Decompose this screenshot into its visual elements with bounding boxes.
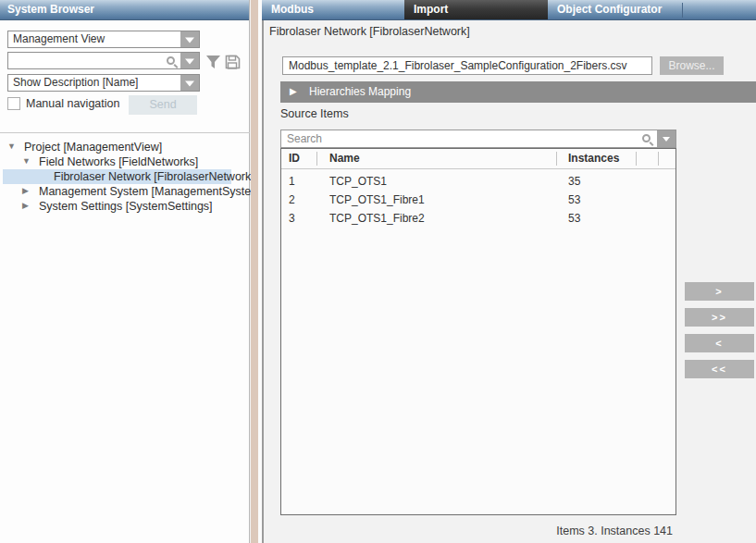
tree-item-label: Fibrolaser Network [FibrolaserNetwork] (54, 169, 254, 184)
tree-item-label: Project [ManagementView] (24, 140, 162, 154)
move-all-left-button[interactable]: << (685, 360, 754, 378)
system-browser-panel: System Browser Management View Show Desc… (0, 0, 250, 543)
browser-search-input[interactable] (7, 52, 200, 69)
move-left-button[interactable]: < (685, 334, 754, 352)
tab-import[interactable]: Import (404, 0, 548, 19)
manual-navigation-label: Manual navigation (26, 97, 119, 110)
tree-separator (0, 132, 250, 133)
column-divider[interactable] (636, 152, 637, 166)
tab-modbus[interactable]: Modbus (262, 0, 404, 19)
chevron-down-icon (185, 58, 194, 64)
cell-instances: 53 (568, 209, 675, 228)
browser-search-arrow-button[interactable] (180, 53, 199, 68)
tree-item-label: Management System [ManagementSystem] (39, 184, 264, 199)
tree-collapse-icon[interactable]: ▼ (7, 142, 16, 151)
tree-item-3[interactable]: ▶Management System [ManagementSystem] (0, 184, 249, 199)
description-selector-value: Show Description [Name] (13, 75, 138, 91)
panel-splitter[interactable] (251, 0, 258, 543)
selected-object-breadcrumb: Fibrolaser Network [FibrolaserNetwork] (269, 25, 470, 38)
search-icon (642, 134, 651, 142)
tree-expand-icon[interactable]: ▶ (22, 201, 29, 210)
system-browser-title: System Browser (0, 0, 249, 20)
table-search-arrow-button[interactable] (657, 130, 675, 147)
table-body: 1TCP_OTS1352TCP_OTS1_Fibre1533TCP_OTS1_F… (281, 169, 675, 228)
save-floppy-icon[interactable] (225, 55, 241, 72)
tree-expand-icon[interactable]: ▶ (22, 186, 29, 195)
cell-name: TCP_OTS1_Fibre2 (329, 209, 568, 228)
move-all-right-button[interactable]: >> (685, 308, 754, 327)
tree-item-2[interactable]: Fibrolaser Network [FibrolaserNetwork] (3, 169, 231, 184)
table-row[interactable]: 2TCP_OTS1_Fibre153 (281, 191, 675, 209)
hierarchies-mapping-label: Hierarchies Mapping (309, 81, 411, 103)
status-summary: Items 3. Instances 141 (556, 524, 673, 537)
panel-border-line (262, 19, 264, 543)
view-selector-value: Management View (13, 31, 105, 47)
cell-instances: 35 (568, 172, 675, 191)
view-selector-arrow-button[interactable] (180, 31, 199, 47)
tab-object-configurator[interactable]: Object Configurator (548, 0, 682, 19)
chevron-down-icon (185, 80, 194, 86)
description-selector-arrow-button[interactable] (180, 75, 199, 91)
filter-funnel-icon[interactable] (205, 55, 221, 72)
table-header-row: ID Name Instances (281, 149, 675, 169)
tree-item-1[interactable]: ▼Field Networks [FieldNetworks] (0, 154, 249, 169)
source-items-label: Source Items (280, 107, 349, 120)
column-header-instances[interactable]: Instances (568, 149, 675, 168)
cell-id: 3 (289, 209, 329, 228)
cell-instances: 53 (568, 191, 675, 209)
send-button[interactable]: Send (129, 95, 197, 115)
hierarchies-mapping-section-header[interactable]: ▶ Hierarchies Mapping (280, 81, 756, 103)
tree-collapse-icon[interactable]: ▼ (22, 156, 31, 166)
chevron-down-icon (185, 37, 194, 43)
tree-item-0[interactable]: ▼Project [ManagementView] (0, 140, 249, 154)
column-divider[interactable] (316, 152, 317, 166)
cell-name: TCP_OTS1_Fibre1 (329, 191, 568, 209)
cell-id: 2 (289, 191, 329, 209)
cell-name: TCP_OTS1 (329, 172, 568, 191)
table-search-input[interactable]: Search (280, 130, 676, 148)
column-divider[interactable] (658, 152, 659, 166)
tree-item-label: System Settings [SystemSettings] (39, 199, 213, 214)
import-file-input[interactable]: Modbus_template_2.1_Fibrolaser_SampleCon… (282, 56, 652, 75)
application-window: System Browser Management View Show Desc… (0, 0, 756, 543)
system-browser-tree: ▼Project [ManagementView]▼Field Networks… (0, 140, 249, 537)
cell-id: 1 (289, 172, 329, 191)
search-icon (167, 56, 175, 65)
browse-button[interactable]: Browse... (660, 56, 724, 75)
tree-item-label: Field Networks [FieldNetworks] (39, 154, 198, 169)
tab-separator (682, 3, 683, 18)
column-header-id[interactable]: ID (289, 149, 329, 168)
chevron-down-icon (663, 137, 670, 142)
table-row[interactable]: 1TCP_OTS135 (281, 172, 675, 191)
table-row[interactable]: 3TCP_OTS1_Fibre253 (281, 209, 675, 228)
source-items-table: ID Name Instances 1TCP_OTS1352TCP_OTS1_F… (280, 148, 676, 515)
view-selector-dropdown[interactable]: Management View (7, 31, 200, 48)
move-right-button[interactable]: > (685, 282, 754, 301)
column-divider[interactable] (556, 152, 557, 166)
main-panel: ModbusImportObject Configurator Fibrolas… (258, 0, 756, 543)
tree-item-4[interactable]: ▶System Settings [SystemSettings] (0, 199, 249, 214)
table-search-placeholder: Search (287, 130, 322, 147)
manual-navigation-checkbox[interactable] (7, 97, 20, 110)
description-selector-dropdown[interactable]: Show Description [Name] (7, 74, 200, 92)
tab-bar: ModbusImportObject Configurator (262, 0, 756, 20)
column-header-name[interactable]: Name (329, 149, 568, 168)
chevron-right-icon: ▶ (290, 86, 297, 96)
